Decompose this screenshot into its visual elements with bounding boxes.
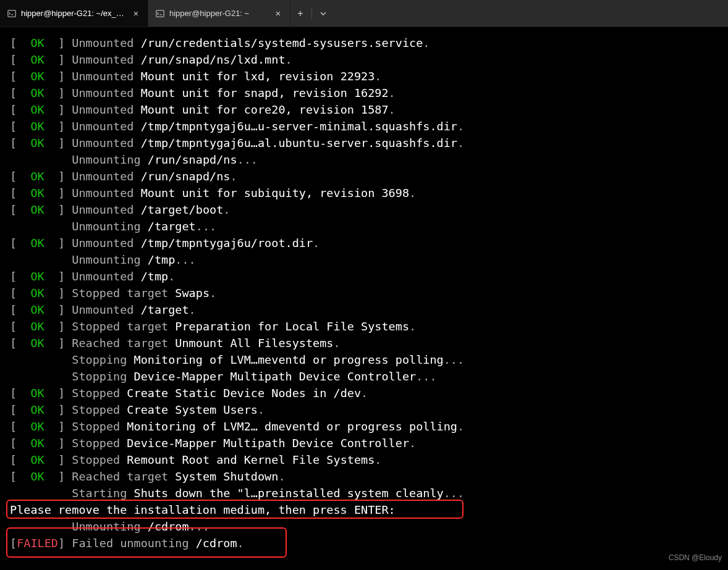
svg-rect-0 xyxy=(8,10,15,17)
terminal-line: [ OK ] Unmounted Mount unit for snapd, r… xyxy=(10,85,723,101)
terminal-line: Stopping Monitoring of LVM…meventd or pr… xyxy=(10,351,723,368)
terminal-line: [ OK ] Stopped Create Static Device Node… xyxy=(10,385,723,401)
new-tab-button[interactable]: + xyxy=(290,0,310,27)
svg-rect-1 xyxy=(156,10,164,17)
terminal-line: [ OK ] Unmounted Mount unit for core20, … xyxy=(10,101,723,118)
terminal-line: Starting Shuts down the "l…preinstalled … xyxy=(10,485,723,501)
terminal-line: [ OK ] Stopped target Swaps. xyxy=(10,285,723,301)
tab-title: hipper@hipper-G21: ~/ex_qem xyxy=(21,5,125,22)
terminal-line: [ OK ] Stopped Device-Mapper Multipath D… xyxy=(10,435,723,451)
terminal-tab-2[interactable]: hipper@hipper-G21: ~ × xyxy=(148,0,290,27)
divider xyxy=(311,7,312,20)
close-icon[interactable]: × xyxy=(273,8,284,19)
terminal-icon xyxy=(156,9,164,18)
terminal-line: Unmounting /run/snapd/ns... xyxy=(10,151,723,168)
terminal-line: Stopping Device-Mapper Multipath Device … xyxy=(10,368,723,385)
terminal-line: [ OK ] Stopped Monitoring of LVM2… dmeve… xyxy=(10,418,723,435)
terminal-line: [ OK ] Unmounted /run/snapd/ns. xyxy=(10,168,723,185)
terminal-line: [ OK ] Unmounted /run/snapd/ns/lxd.mnt. xyxy=(10,51,723,68)
terminal-icon xyxy=(7,9,16,18)
terminal-line: [ OK ] Reached target Unmount All Filesy… xyxy=(10,335,723,351)
terminal-line: [ OK ] Unmounted /tmp/tmpntygaj6u/root.d… xyxy=(10,235,723,251)
tab-dropdown-button[interactable] xyxy=(313,0,333,27)
terminal-line: [ OK ] Unmounted /target. xyxy=(10,301,723,318)
terminal-line: [ OK ] Reached target System Shutdown. xyxy=(10,468,723,485)
terminal-output[interactable]: [ OK ] Unmounted /run/credentials/system… xyxy=(0,27,728,570)
close-icon[interactable]: × xyxy=(130,8,142,19)
terminal-line: [ OK ] Stopped Create System Users. xyxy=(10,401,723,418)
terminal-line: Unmounting /target... xyxy=(10,218,723,235)
tab-actions: + xyxy=(290,0,333,27)
terminal-line: [ OK ] Unmounted /tmp/tmpntygaj6u…al.ubu… xyxy=(10,135,723,151)
terminal-line: [ OK ] Unmounted Mount unit for lxd, rev… xyxy=(10,68,723,85)
terminal-tab-1[interactable]: hipper@hipper-G21: ~/ex_qem × xyxy=(0,0,148,27)
terminal-line: [ OK ] Unmounted /tmp. xyxy=(10,268,723,285)
terminal-line: Unmounting /tmp... xyxy=(10,251,723,268)
terminal-line: [ OK ] Stopped target Preparation for Lo… xyxy=(10,318,723,335)
terminal-line: [FAILED] Failed unmounting /cdrom. xyxy=(10,535,723,551)
terminal-line: Unmounting /cdrom... xyxy=(10,518,723,535)
terminal-line: Please remove the installation medium, t… xyxy=(10,501,723,518)
terminal-line: [ OK ] Stopped Remount Root and Kernel F… xyxy=(10,451,723,468)
terminal-line: [ OK ] Unmounted /tmp/tmpntygaj6u…u-serv… xyxy=(10,118,723,135)
titlebar: hipper@hipper-G21: ~/ex_qem × hipper@hip… xyxy=(0,0,728,27)
terminal-line: [ OK ] Unmounted /target/boot. xyxy=(10,201,723,218)
terminal-line: [ OK ] Unmounted Mount unit for subiquit… xyxy=(10,185,723,201)
terminal-line: [ OK ] Unmounted /run/credentials/system… xyxy=(10,35,723,51)
watermark: CSDN @Eloudy xyxy=(669,550,722,566)
tab-title: hipper@hipper-G21: ~ xyxy=(169,5,268,22)
